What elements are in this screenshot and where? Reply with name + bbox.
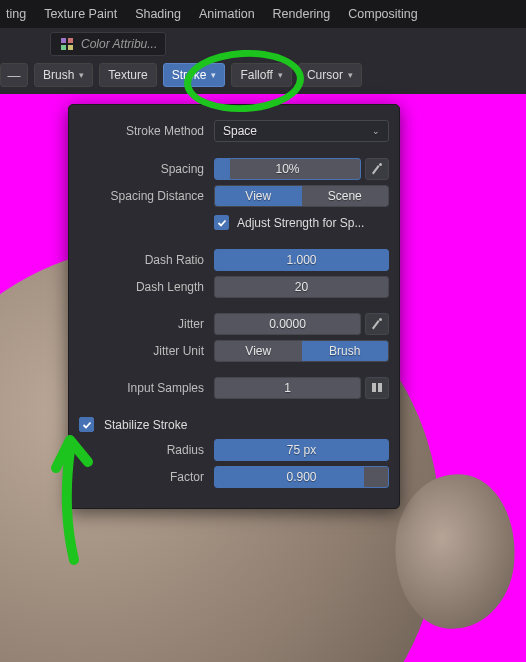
svg-point-5 <box>379 318 382 321</box>
color-attribute-selector[interactable]: Color Attribu... <box>50 32 166 56</box>
svg-point-4 <box>379 163 382 166</box>
collapse-button[interactable]: — <box>0 63 28 87</box>
falloff-menu[interactable]: Falloff▾ <box>231 63 291 87</box>
dash-length-label: Dash Length <box>79 280 207 294</box>
input-samples-extra-icon[interactable] <box>365 377 389 399</box>
workspace-tab[interactable]: Compositing <box>348 7 417 21</box>
stroke-popover: Stroke Method Space ⌄ Spacing 10% Spacin… <box>68 104 400 509</box>
brush-menu[interactable]: Brush▾ <box>34 63 93 87</box>
input-samples-field[interactable]: 1 <box>214 377 361 399</box>
radius-field[interactable]: 75 px <box>214 439 389 461</box>
workspace-tab[interactable]: Shading <box>135 7 181 21</box>
stroke-menu[interactable]: Stroke▾ <box>163 63 226 87</box>
spacing-label: Spacing <box>79 162 207 176</box>
color-attribute-icon <box>59 36 75 52</box>
input-samples-label: Input Samples <box>79 381 207 395</box>
stabilize-stroke-checkbox[interactable] <box>79 417 94 432</box>
jitter-field[interactable]: 0.0000 <box>214 313 361 335</box>
stroke-method-label: Stroke Method <box>79 124 207 138</box>
chevron-down-icon: ▾ <box>211 70 216 80</box>
color-attribute-label: Color Attribu... <box>81 37 157 51</box>
spacing-field[interactable]: 10% <box>214 158 361 180</box>
chevron-down-icon: ▾ <box>348 70 353 80</box>
texture-menu[interactable]: Texture <box>99 63 156 87</box>
dash-ratio-field[interactable]: 1.000 <box>214 249 389 271</box>
chevron-down-icon: ▾ <box>79 70 84 80</box>
chevron-down-icon: ⌄ <box>372 126 380 136</box>
workspace-tab[interactable]: ting <box>6 7 26 21</box>
radius-label: Radius <box>79 443 207 457</box>
factor-label: Factor <box>79 470 207 484</box>
factor-field[interactable]: 0.900 <box>214 466 389 488</box>
stabilize-stroke-label: Stabilize Stroke <box>104 418 187 432</box>
adjust-strength-checkbox[interactable] <box>214 215 229 230</box>
stroke-method-select[interactable]: Space ⌄ <box>214 120 389 142</box>
workspace-tab[interactable]: Rendering <box>273 7 331 21</box>
dash-length-field[interactable]: 20 <box>214 276 389 298</box>
jitter-unit-view[interactable]: View <box>215 341 302 361</box>
dash-ratio-label: Dash Ratio <box>79 253 207 267</box>
svg-rect-7 <box>378 383 382 392</box>
spacing-distance-view[interactable]: View <box>215 186 302 206</box>
adjust-strength-label: Adjust Strength for Sp... <box>237 216 364 230</box>
jitter-unit-label: Jitter Unit <box>79 344 207 358</box>
pressure-toggle-icon[interactable] <box>365 313 389 335</box>
workspace-tab[interactable]: Animation <box>199 7 255 21</box>
jitter-label: Jitter <box>79 317 207 331</box>
spacing-distance-toggle[interactable]: View Scene <box>214 185 389 207</box>
svg-rect-0 <box>61 38 66 43</box>
svg-rect-2 <box>61 45 66 50</box>
spacing-distance-scene[interactable]: Scene <box>302 186 389 206</box>
svg-rect-3 <box>68 45 73 50</box>
jitter-unit-brush[interactable]: Brush <box>302 341 389 361</box>
workspace-tab[interactable]: Texture Paint <box>44 7 117 21</box>
brush-toolbar: — Brush▾ Texture Stroke▾ Falloff▾ Cursor… <box>0 60 526 94</box>
svg-rect-6 <box>372 383 376 392</box>
header-row: Color Attribu... <box>0 28 526 60</box>
spacing-distance-label: Spacing Distance <box>79 189 207 203</box>
chevron-down-icon: ▾ <box>278 70 283 80</box>
svg-rect-1 <box>68 38 73 43</box>
cursor-menu[interactable]: Cursor▾ <box>298 63 362 87</box>
workspace-tabs: ting Texture Paint Shading Animation Ren… <box>0 0 526 28</box>
pressure-toggle-icon[interactable] <box>365 158 389 180</box>
jitter-unit-toggle[interactable]: View Brush <box>214 340 389 362</box>
